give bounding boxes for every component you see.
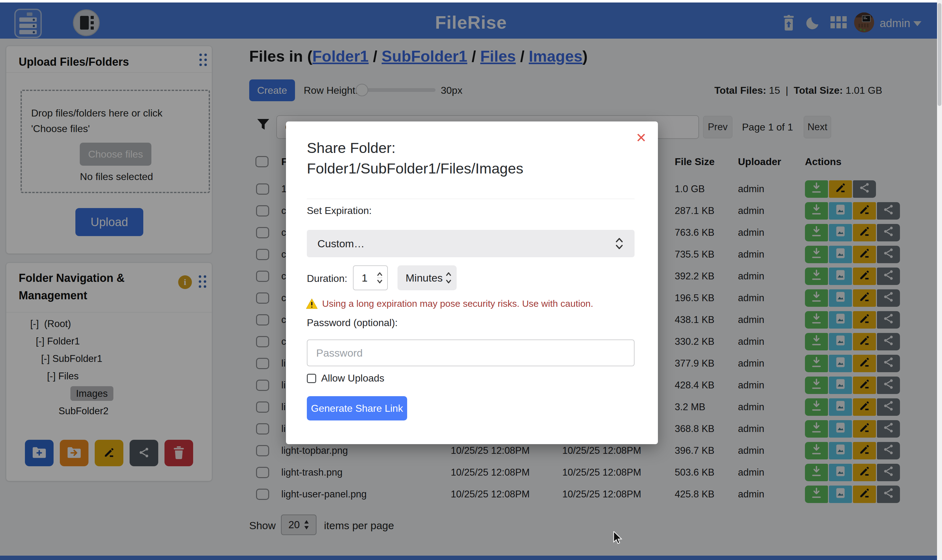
expiration-label: Set Expiration: bbox=[307, 205, 372, 217]
scrollbar-track[interactable] bbox=[937, 0, 942, 560]
password-input[interactable]: Password bbox=[307, 340, 634, 366]
modal-title: Share Folder: Folder1/SubFolder1/Files/I… bbox=[307, 138, 628, 179]
warning-icon bbox=[306, 298, 318, 309]
warning-text: Using a long expiration may pose securit… bbox=[322, 298, 593, 309]
duration-unit-select[interactable]: Minutes bbox=[397, 265, 457, 290]
window-top-strip bbox=[0, 0, 942, 3]
share-folder-modal: ✕ Share Folder: Folder1/SubFolder1/Files… bbox=[286, 122, 658, 444]
expiration-warning: Using a long expiration may pose securit… bbox=[306, 298, 593, 309]
close-icon[interactable]: ✕ bbox=[636, 130, 647, 145]
number-spinner-icon[interactable] bbox=[377, 271, 383, 285]
password-placeholder: Password bbox=[316, 347, 363, 359]
select-chevrons-icon bbox=[615, 237, 623, 251]
allow-uploads-checkbox[interactable] bbox=[307, 374, 316, 383]
allow-uploads-label: Allow Uploads bbox=[321, 372, 385, 384]
scrollbar-thumb[interactable] bbox=[937, 3, 941, 106]
mouse-cursor bbox=[613, 531, 625, 545]
expiration-select[interactable]: Custom… bbox=[307, 230, 634, 257]
generate-share-link-button[interactable]: Generate Share Link bbox=[307, 396, 407, 420]
select-chevrons-icon bbox=[445, 271, 452, 285]
duration-label: Duration: bbox=[307, 273, 347, 285]
expiration-value: Custom… bbox=[317, 238, 365, 250]
password-label: Password (optional): bbox=[307, 317, 398, 329]
duration-number-input[interactable]: 1 bbox=[353, 265, 388, 290]
